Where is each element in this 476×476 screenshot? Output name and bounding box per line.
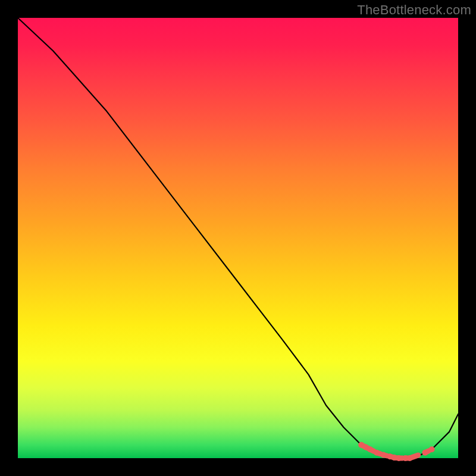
marker-dot (429, 446, 435, 452)
chart-svg (18, 18, 458, 458)
chart-frame: TheBottleneck.com (0, 0, 476, 476)
plot-area (18, 18, 458, 458)
marker-dash (370, 449, 374, 451)
marker-dash (377, 453, 380, 454)
bottleneck-curve (18, 18, 458, 458)
marker-dash (410, 455, 418, 458)
optimal-markers (358, 442, 434, 461)
watermark-text: TheBottleneck.com (357, 2, 471, 18)
marker-dash (425, 451, 429, 453)
marker-dash (383, 455, 387, 456)
